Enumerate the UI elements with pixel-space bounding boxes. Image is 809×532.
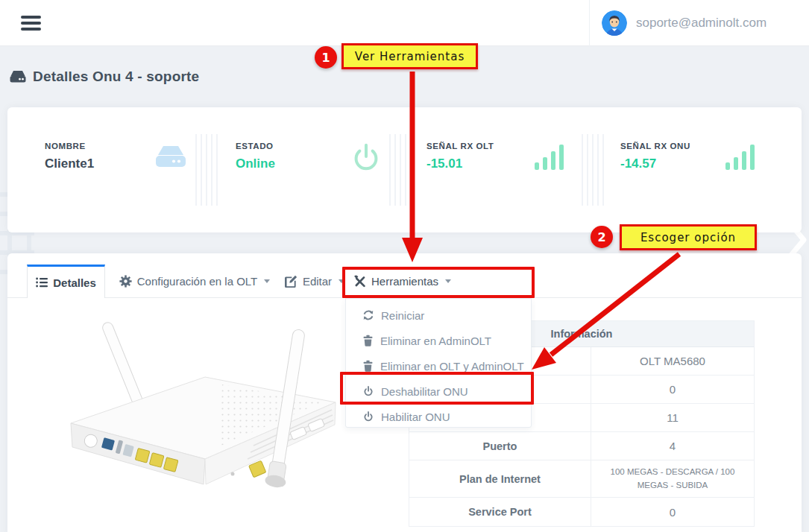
power-icon — [362, 411, 374, 422]
stat-label-senal-rx-onu: SEÑAL RX ONU — [620, 142, 690, 151]
tab-configuracion-olt[interactable]: Configuración en la OLT — [112, 265, 277, 298]
trash-icon — [362, 360, 374, 372]
row-label: Service Port — [409, 498, 591, 526]
menu-item-eliminar-adminolt[interactable]: Eliminar en AdminOLT — [346, 328, 531, 353]
account-email: soporte@adminolt.com — [636, 16, 766, 31]
tab-label: Detalles — [53, 276, 96, 289]
row-value: 11 — [591, 404, 754, 431]
edit-icon — [285, 275, 298, 288]
menu-toggle-icon[interactable] — [21, 16, 43, 31]
stat-value-estado: Online — [236, 156, 275, 171]
menu-item-label: Habilitar ONU — [381, 411, 450, 423]
app-window: soporte@adminolt.com Detalles Onu 4 - so… — [0, 0, 809, 532]
tab-label: Configuración en la OLT — [137, 275, 257, 288]
tab-editar[interactable]: Editar — [277, 265, 352, 298]
menu-item-label: Reiniciar — [381, 309, 424, 322]
gear-icon — [119, 275, 132, 288]
menu-item-reiniciar[interactable]: Reiniciar — [346, 303, 531, 328]
row-label: Plan de Internet — [409, 460, 591, 497]
callout-escoger-opcion: Escoger opción — [620, 224, 757, 250]
row-value: 0 — [591, 498, 754, 526]
signal-bars-icon — [725, 143, 756, 171]
account-menu[interactable]: soporte@adminolt.com — [589, 0, 809, 46]
tab-label: Editar — [303, 275, 332, 288]
divider — [389, 134, 412, 206]
page-title: Detalles Onu 4 - soporte — [33, 69, 199, 85]
trash-icon — [362, 335, 374, 346]
highlight-box-herramientas — [342, 267, 535, 298]
stat-label-nombre: NOMBRE — [45, 142, 86, 151]
onu-status-card: NOMBRE Cliente1 ESTADO Online SEÑAL RX O… — [7, 107, 802, 232]
power-icon — [349, 140, 383, 174]
menu-item-label: Eliminar en OLT y AdminOLT — [380, 360, 524, 373]
row-label: Puerto — [409, 432, 591, 460]
divider — [582, 134, 604, 206]
list-icon — [36, 277, 48, 288]
row-value: 100 MEGAS - DESCARGA / 100 MEGAS - SUBID… — [591, 460, 754, 497]
highlight-box-deshabilitar-onu — [340, 372, 534, 405]
stat-label-senal-rx-olt: SEÑAL RX OLT — [426, 142, 494, 151]
chevron-down-icon — [264, 279, 270, 283]
table-row: Puerto 4 — [409, 432, 754, 460]
top-navbar: soporte@adminolt.com — [0, 0, 809, 46]
breadcrumb: Detalles Onu 4 - soporte — [9, 69, 199, 85]
callout-ver-herramientas: Ver Herramientas — [341, 43, 478, 69]
refresh-icon — [362, 309, 374, 321]
row-value: OLT MA5680 — [591, 347, 754, 375]
table-row: Plan de Internet 100 MEGAS - DESCARGA / … — [409, 460, 754, 498]
stat-value-senal-rx-olt: -15.01 — [426, 156, 462, 171]
onu-product-image — [30, 311, 350, 498]
row-value: 0 — [591, 376, 754, 403]
step-badge-1: 1 — [315, 46, 337, 69]
table-row: Service Port 0 — [409, 498, 754, 526]
router-icon — [154, 142, 188, 171]
menu-item-habilitar-onu[interactable]: Habilitar ONU — [346, 404, 531, 429]
step-badge-2: 2 — [591, 226, 613, 248]
stat-value-nombre: Cliente1 — [45, 156, 94, 171]
onu-icon — [9, 69, 27, 85]
stat-value-senal-rx-onu: -14.57 — [620, 156, 656, 171]
row-value: 4 — [591, 432, 754, 460]
stat-label-estado: ESTADO — [236, 142, 274, 151]
menu-item-label: Eliminar en AdminOLT — [380, 335, 491, 347]
herramientas-dropdown-menu: Reiniciar Eliminar en AdminOLT Eliminar … — [345, 298, 532, 428]
avatar — [602, 10, 627, 36]
signal-bars-icon — [534, 143, 565, 171]
divider — [195, 134, 218, 206]
tab-detalles[interactable]: Detalles — [27, 265, 105, 298]
